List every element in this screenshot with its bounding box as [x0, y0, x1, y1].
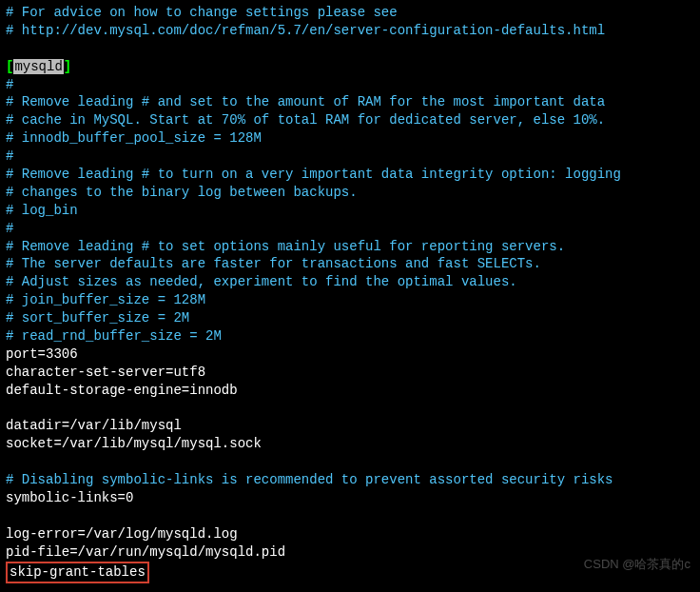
- config-line: # cache in MySQL. Start at 70% of total …: [6, 111, 694, 129]
- config-line: [6, 453, 694, 471]
- setting-text: pid-file=/var/run/mysqld/mysqld.pid: [6, 544, 285, 560]
- config-line: # sort_buffer_size = 2M: [6, 309, 694, 327]
- setting-text: socket=/var/lib/mysql/mysql.sock: [6, 436, 262, 451]
- config-line: # The server defaults are faster for tra…: [6, 255, 694, 273]
- setting-text: log-error=/var/log/mysqld.log: [6, 526, 238, 542]
- setting-text: port=3306: [6, 346, 78, 362]
- comment-text: # For advice on how to change settings p…: [6, 5, 398, 20]
- watermark: CSDN @哈茶真的c: [584, 556, 690, 573]
- config-line: [6, 507, 694, 525]
- config-line: log-error=/var/log/mysqld.log: [6, 525, 694, 543]
- config-line: # log_bin: [6, 202, 694, 220]
- config-line: socket=/var/lib/mysql/mysql.sock: [6, 435, 694, 453]
- setting-text: datadir=/var/lib/mysql: [6, 418, 182, 433]
- comment-text: # Disabling symbolic-links is recommende…: [6, 472, 613, 487]
- config-line: [mysqld]: [6, 58, 694, 76]
- comment-text: # http://dev.mysql.com/doc/refman/5.7/en…: [6, 23, 605, 38]
- section-name: mysqld: [13, 59, 63, 74]
- comment-text: # innodb_buffer_pool_size = 128M: [6, 130, 262, 146]
- config-line: port=3306: [6, 345, 694, 364]
- comment-text: # cache in MySQL. Start at 70% of total …: [6, 112, 605, 128]
- comment-text: #: [6, 221, 13, 236]
- config-line: # changes to the binary log between back…: [6, 184, 694, 202]
- comment-text: # log_bin: [6, 203, 78, 218]
- config-line: [6, 40, 694, 58]
- config-line: # join_buffer_size = 128M: [6, 291, 694, 309]
- comment-text: # changes to the binary log between back…: [6, 185, 358, 200]
- comment-text: #: [6, 148, 13, 164]
- config-file-editor[interactable]: # For advice on how to change settings p…: [6, 4, 694, 583]
- config-line: # For advice on how to change settings p…: [6, 4, 694, 22]
- config-line: character-set-server=utf8: [6, 364, 694, 382]
- config-line: #: [6, 76, 694, 94]
- config-line: # Remove leading # to turn on a very imp…: [6, 166, 694, 184]
- comment-text: # join_buffer_size = 128M: [6, 292, 205, 307]
- highlighted-setting: skip-grant-tables: [6, 562, 149, 583]
- comment-text: # The server defaults are faster for tra…: [6, 256, 541, 271]
- config-line: # Remove leading # to set options mainly…: [6, 238, 694, 256]
- comment-text: #: [6, 77, 13, 92]
- setting-text: symbolic-links=0: [6, 490, 133, 505]
- setting-text: default-storage-engine=innodb: [6, 383, 238, 398]
- config-line: # http://dev.mysql.com/doc/refman/5.7/en…: [6, 22, 694, 40]
- comment-text: # read_rnd_buffer_size = 2M: [6, 328, 222, 344]
- config-line: # Adjust sizes as needed, experiment to …: [6, 273, 694, 291]
- comment-text: # sort_buffer_size = 2M: [6, 310, 189, 326]
- section-bracket-close: ]: [64, 59, 71, 74]
- setting-text: character-set-server=utf8: [6, 365, 205, 380]
- comment-text: # Adjust sizes as needed, experiment to …: [6, 274, 517, 289]
- config-line: [6, 400, 694, 418]
- comment-text: # Remove leading # to turn on a very imp…: [6, 167, 621, 182]
- config-line: default-storage-engine=innodb: [6, 382, 694, 400]
- config-line: symbolic-links=0: [6, 489, 694, 507]
- config-line: #: [6, 148, 694, 166]
- config-line: # read_rnd_buffer_size = 2M: [6, 327, 694, 345]
- config-line: datadir=/var/lib/mysql: [6, 417, 694, 435]
- config-line: # innodb_buffer_pool_size = 128M: [6, 129, 694, 148]
- comment-text: # Remove leading # and set to the amount…: [6, 94, 605, 109]
- comment-text: # Remove leading # to set options mainly…: [6, 239, 565, 254]
- config-line: # Remove leading # and set to the amount…: [6, 93, 694, 111]
- config-line: # Disabling symbolic-links is recommende…: [6, 471, 694, 489]
- config-line: #: [6, 220, 694, 238]
